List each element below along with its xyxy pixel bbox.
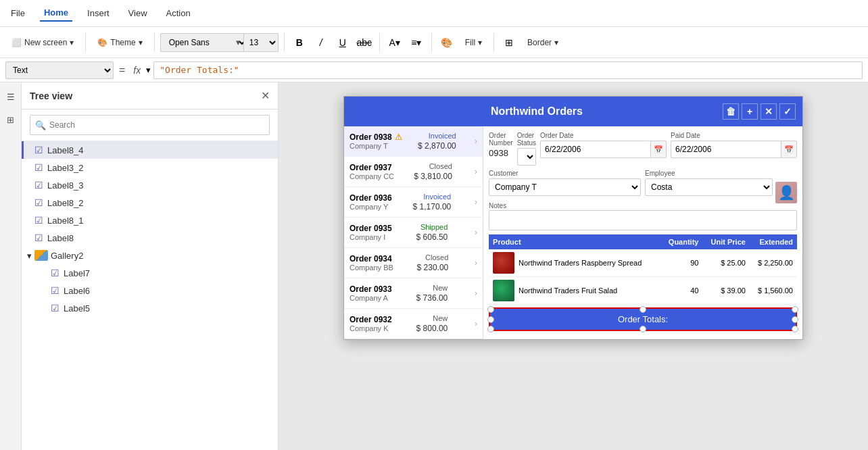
main-layout: ☰ ⊞ Tree view ✕ 🔍 ☑ Label8_4 ☑ Label3_2 …	[0, 82, 868, 450]
menu-action[interactable]: Action	[162, 5, 195, 21]
order-item-0935[interactable]: Order 0935 Company I Shipped $ 606.50 ›	[344, 218, 483, 248]
order-status-select[interactable]: Invoiced	[517, 148, 536, 166]
text-align-button[interactable]: ≡▾	[407, 33, 426, 52]
resize-handle-bl[interactable]	[487, 326, 494, 332]
new-screen-icon: ⬜	[11, 38, 22, 47]
order-item-0936[interactable]: Order 0936 Company Y Invoiced $ 1,170.00…	[344, 187, 483, 218]
order-item-0937[interactable]: Order 0937 Company CC Closed $ 3,810.00 …	[344, 157, 483, 187]
order-item-0932[interactable]: Order 0932 Company K New $ 800.00 ›	[344, 309, 483, 339]
font-selector[interactable]: Open Sans	[160, 33, 248, 52]
sidebar-hamburger-icon[interactable]: ☰	[2, 88, 20, 105]
font-size-selector[interactable]: 13	[243, 33, 279, 52]
align-chevron-icon: ▾	[416, 37, 421, 48]
tree-item-label8-1[interactable]: ☑ Label8_1	[22, 211, 278, 229]
theme-label: Theme	[110, 38, 135, 47]
toolbar: ⬜ New screen ▾ 🎨 Theme ▾ Open Sans ▾ 13 …	[0, 27, 868, 58]
bold-button[interactable]: B	[290, 33, 309, 52]
resize-handle-br[interactable]	[792, 326, 798, 332]
resize-handle-tm[interactable]	[640, 306, 646, 313]
order-date-input[interactable]	[540, 141, 650, 158]
label-icon: ☑	[51, 268, 59, 278]
resize-handle-tr[interactable]	[792, 306, 798, 313]
resize-handle-ml[interactable]	[487, 316, 494, 323]
tree-item-label6[interactable]: ☑ Label6	[27, 282, 278, 299]
product-image-1	[493, 280, 514, 301]
app-title-bar: Northwind Orders 🗑 + ✕ ✓	[344, 97, 802, 126]
tree-item-label8-3[interactable]: ☑ Label8_3	[22, 176, 278, 194]
label-icon: ☑	[34, 197, 43, 208]
tree-close-button[interactable]: ✕	[261, 89, 270, 102]
resize-handle-bm[interactable]	[640, 326, 646, 332]
customer-select[interactable]: Company T	[489, 178, 641, 196]
product-image-0	[493, 252, 514, 274]
label-icon: ☑	[34, 145, 43, 155]
fx-expand-icon: ▾	[146, 65, 151, 75]
order-chevron-icon: ›	[475, 319, 477, 328]
canvas-area: Northwind Orders 🗑 + ✕ ✓ Order 0938	[279, 82, 868, 450]
tree-group-gallery2[interactable]: ▾ Gallery2	[22, 247, 278, 264]
resize-handle-mr[interactable]	[792, 316, 798, 323]
italic-button[interactable]: /	[312, 33, 331, 52]
paid-date-input[interactable]	[671, 141, 781, 158]
underline-button[interactable]: U	[333, 33, 352, 52]
order-chevron-icon: ›	[475, 228, 477, 237]
border-button[interactable]: Border ▾	[521, 34, 564, 51]
tree-item-label7[interactable]: ☑ Label7	[27, 264, 278, 282]
sidebar-layers-icon[interactable]: ⊞	[2, 111, 20, 128]
label-icon: ☑	[51, 303, 59, 314]
field-order-status: Order Status Invoiced	[517, 132, 536, 166]
order-item-0933[interactable]: Order 0933 Company A New $ 736.00 ›	[344, 278, 483, 309]
order-item-0934[interactable]: Order 0934 Company BB Closed $ 230.00 ›	[344, 248, 483, 278]
new-screen-button[interactable]: ⬜ New screen ▾	[5, 34, 80, 51]
formula-input[interactable]	[153, 61, 863, 79]
app-window: Northwind Orders 🗑 + ✕ ✓ Order 0938	[343, 96, 803, 340]
toolbar-separator-3	[284, 33, 285, 52]
menu-file[interactable]: File	[7, 5, 29, 21]
delete-button[interactable]: 🗑	[723, 103, 739, 120]
employee-select[interactable]: Costa	[645, 178, 773, 196]
theme-chevron-icon: ▾	[139, 38, 143, 47]
label-icon: ☑	[34, 232, 43, 243]
field-customer: Customer Company T	[489, 170, 641, 196]
label-icon: ☑	[34, 215, 43, 226]
tree-item-label8-4[interactable]: ☑ Label8_4	[22, 141, 278, 159]
paid-date-calendar-icon[interactable]: 📅	[781, 141, 797, 158]
menu-home[interactable]: Home	[40, 5, 72, 22]
close-button[interactable]: ✕	[761, 103, 777, 120]
font-color-chevron-icon: ▾	[395, 37, 400, 48]
font-color-button[interactable]: A▾	[385, 33, 404, 52]
warning-icon: ⚠	[395, 132, 402, 142]
formula-bar: Text = fx ▾	[0, 58, 868, 82]
employee-avatar: 👤	[775, 182, 797, 203]
fill-paint-icon: 🎨	[437, 33, 456, 52]
product-row-0: Northwind Traders Raspberry Spread 90 $ …	[489, 249, 797, 277]
tree-item-label3-2[interactable]: ☑ Label3_2	[22, 159, 278, 176]
order-item-0938[interactable]: Order 0938 ⚠ Company T Invoiced $ 2,870.…	[344, 126, 483, 157]
confirm-button[interactable]: ✓	[779, 103, 796, 120]
border-chevron-icon: ▾	[554, 38, 558, 47]
label-icon: ☑	[51, 285, 59, 296]
order-totals-bar[interactable]: Order Totals:	[489, 307, 797, 331]
tree-item-label5[interactable]: ☑ Label5	[27, 299, 278, 317]
product-row-1: Northwind Traders Fruit Salad 40 $ 39.00…	[489, 277, 797, 305]
menu-insert[interactable]: Insert	[83, 5, 114, 21]
menu-view[interactable]: View	[124, 5, 151, 21]
toolbar-separator-6	[493, 33, 494, 52]
product-name-1: Northwind Traders Fruit Salad	[489, 277, 660, 305]
tree-panel: Tree view ✕ 🔍 ☑ Label8_4 ☑ Label3_2 ☑ La…	[22, 82, 279, 450]
toolbar-separator-2	[154, 33, 155, 52]
resize-handle-tl[interactable]	[487, 306, 494, 313]
order-date-calendar-icon[interactable]: 📅	[650, 141, 667, 158]
add-button[interactable]: +	[742, 103, 758, 120]
tree-search-input[interactable]	[30, 115, 270, 135]
customer-employee-row: Customer Company T Employee Costa 👤	[489, 170, 797, 196]
tree-item-label8[interactable]: ☑ Label8	[22, 229, 278, 247]
tree-item-label8-2[interactable]: ☑ Label8_2	[22, 194, 278, 211]
field-order-date: Order Date 📅	[540, 132, 667, 166]
order-amount-0938: $ 2,870.00	[418, 141, 456, 151]
notes-input[interactable]	[489, 210, 797, 230]
fill-button[interactable]: Fill ▾	[459, 34, 488, 51]
formula-type-selector[interactable]: Text	[5, 61, 114, 79]
strikethrough-button[interactable]: abc	[355, 33, 374, 52]
theme-button[interactable]: 🎨 Theme ▾	[91, 34, 148, 51]
